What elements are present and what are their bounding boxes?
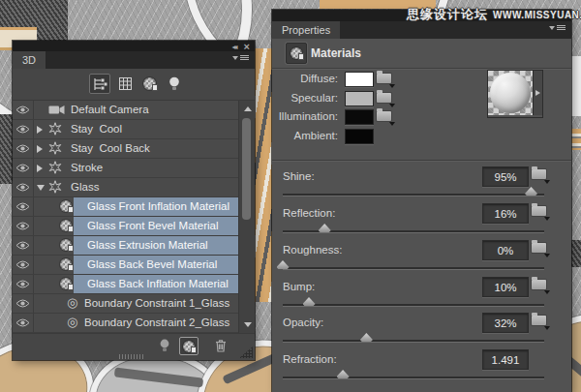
slider-track[interactable] [283,267,544,269]
expander-down-icon[interactable] [37,185,45,191]
texture-folder-icon[interactable] [532,280,546,289]
panel-resize-grip[interactable] [239,347,253,358]
scene-row[interactable]: Stay Cool Back [13,139,255,159]
texture-folder-icon[interactable] [532,169,546,179]
add-material-button[interactable] [179,337,199,355]
close-panel-icon[interactable]: × [244,44,250,50]
texture-folder-icon[interactable] [377,93,391,103]
scene-row[interactable]: Glass Back Inflation Material [13,275,255,294]
filter-lights-icon[interactable] [164,74,185,94]
material-icon [60,278,72,289]
visibility-toggle[interactable] [13,139,34,158]
slider-thumb[interactable] [337,370,350,378]
properties-header-title: Materials [311,46,361,60]
slider-thumb[interactable] [303,297,316,306]
visibility-toggle[interactable] [13,197,34,216]
slider-value-box[interactable]: 1.491 [482,349,529,370]
slider-value-box[interactable]: 16% [482,203,529,224]
add-light-icon[interactable] [158,339,171,353]
swatch-label: Specular: [272,92,338,104]
scroll-down-icon[interactable] [244,322,252,327]
slider-thumb[interactable] [360,333,373,342]
scene-row-label: Glass Extrusion Material [87,239,208,251]
visibility-toggle[interactable] [13,236,34,255]
tab-3d[interactable]: 3D [13,51,46,69]
expander-right-icon[interactable] [37,126,43,134]
scroll-up-icon[interactable] [244,106,252,111]
visibility-toggle[interactable] [13,178,34,196]
slider-track[interactable] [283,304,544,306]
collapse-panel-icon[interactable]: ◂◂ [232,43,236,51]
material-icon [60,220,72,231]
eye-icon [15,164,30,172]
visibility-toggle[interactable] [13,159,34,177]
scene-row-label: Glass Front Bevel Material [87,220,219,231]
slider-track[interactable] [283,340,544,342]
scene-row-label: Default Camera [71,104,149,115]
slider-value-box[interactable]: 10% [482,277,529,297]
scene-row-label: Glass [71,181,99,193]
color-swatch[interactable] [345,109,374,125]
texture-folder-icon[interactable] [377,111,391,121]
visibility-toggle[interactable] [13,314,34,332]
delete-trash-icon[interactable] [213,338,229,353]
texture-folder-icon[interactable] [532,316,546,325]
color-swatch[interactable] [345,72,374,87]
scene-row[interactable]: Glass Front Inflation Material [13,197,255,217]
scene-list-scrollbar[interactable] [238,101,255,333]
slider-label: Shine: [283,170,315,182]
3d-panel-menu-icon[interactable] [232,55,249,60]
visibility-toggle[interactable] [13,217,34,235]
material-icon [183,341,195,352]
slider-thumb[interactable] [525,187,537,196]
slider-track[interactable] [283,194,544,196]
texture-folder-icon[interactable] [532,243,546,253]
horizontal-scroll-ticks[interactable] [119,354,144,359]
scene-row-body: Stay Cool Back [34,139,239,158]
material-preview-checker [488,71,533,115]
scene-row[interactable]: Stroke [13,159,255,178]
scene-row[interactable]: Default Camera [13,101,255,120]
scene-row[interactable]: Glass Front Bevel Material [13,217,255,236]
slider-value-box[interactable]: 32% [482,313,529,333]
slider-value-box[interactable]: 95% [482,166,529,187]
slider-value-box[interactable]: 0% [482,240,529,260]
color-swatch[interactable] [345,91,374,106]
visibility-toggle[interactable] [13,294,34,313]
scene-row[interactable]: ◎Boundary Constraint 1_Glass [13,294,255,314]
tab-properties[interactable]: Properties [272,21,340,39]
visibility-toggle[interactable] [13,101,34,119]
3d-panel: ◂◂ × 3D Default CameraStay CoolStay Cool… [13,41,255,360]
slider-track[interactable] [283,377,544,378]
filter-materials-icon[interactable] [138,74,160,94]
color-swatch[interactable] [345,129,374,144]
material-picker-dropdown[interactable] [533,71,542,115]
scene-row[interactable]: Glass [13,178,255,197]
mesh-icon [48,161,62,174]
visibility-toggle[interactable] [13,120,34,138]
visibility-toggle[interactable] [13,275,34,293]
mesh-icon [48,180,62,194]
filter-whole-scene-icon[interactable] [89,74,110,94]
scrollbar-thumb[interactable] [242,118,251,220]
expander-right-icon[interactable] [37,165,43,172]
scene-row[interactable]: Glass Extrusion Material [13,236,255,256]
texture-folder-icon[interactable] [377,74,391,83]
scene-row[interactable]: Glass Back Bevel Material [13,256,255,275]
3d-panel-tabstrip: 3D [13,51,255,69]
visibility-toggle[interactable] [13,256,34,274]
properties-panel-menu-icon[interactable] [549,25,566,30]
scene-row[interactable]: ◎Boundary Constraint 2_Glass [13,314,255,333]
eye-icon [15,222,30,230]
slider-row: Shine:95% [272,166,571,203]
filter-meshes-icon[interactable] [114,74,136,94]
slider-thumb[interactable] [319,224,331,232]
scene-row-body: Glass Front Inflation Material [34,197,239,216]
materials-header-iconbox [286,43,307,64]
constraint-icon: ◎ [67,296,77,309]
texture-folder-icon[interactable] [532,206,546,216]
constraint-icon: ◎ [67,316,77,328]
scene-row[interactable]: Stay Cool [13,120,255,139]
slider-thumb[interactable] [277,260,290,269]
expander-right-icon[interactable] [37,145,43,153]
